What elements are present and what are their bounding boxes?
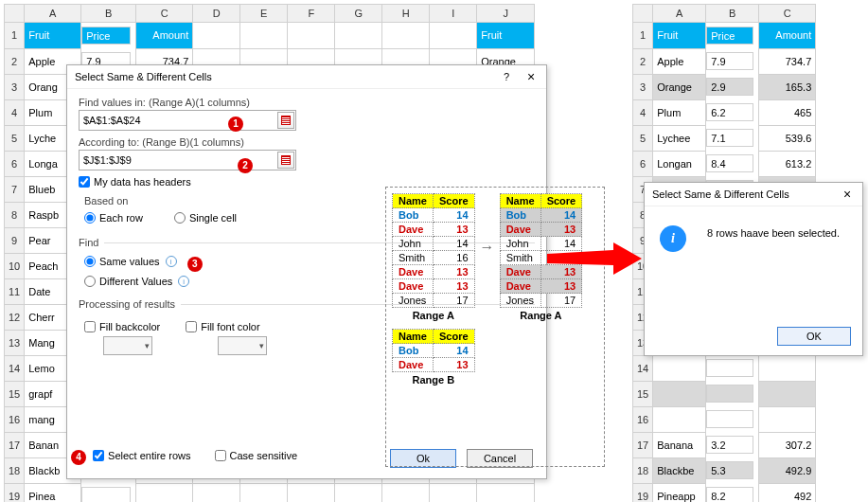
same-values-radio[interactable]: Same valuesi: [84, 256, 177, 267]
table-row[interactable]: 15: [633, 381, 816, 406]
info-dialog-title: Select Same & Different Cells: [652, 188, 840, 200]
fill-fontcolor-checkbox[interactable]: Fill font color: [186, 321, 259, 332]
info-icon[interactable]: i: [178, 276, 189, 287]
range-b-input[interactable]: [79, 150, 296, 170]
table-row[interactable]: 5Lychee7.1539.6: [633, 125, 816, 151]
backcolor-picker[interactable]: [103, 336, 152, 355]
each-row-radio[interactable]: Each row: [84, 212, 143, 224]
table-row[interactable]: 2Apple7.9734.7: [633, 48, 816, 74]
table-row[interactable]: 6Longan8.4613.2: [633, 151, 816, 176]
marker-2: 2: [238, 158, 253, 173]
table-row[interactable]: 14: [633, 355, 816, 381]
close-icon[interactable]: ×: [840, 187, 855, 202]
find-values-label: Find values in: (Range A)(1 columns): [79, 97, 535, 108]
example-illustration: NameScoreBob14Dave13John14Smith16Dave13D…: [385, 187, 605, 467]
find-legend: Find: [79, 237, 104, 248]
table-row[interactable]: 16: [633, 406, 816, 432]
table-row[interactable]: 19Pinea: [5, 483, 535, 502]
dialog-title: Select Same & Different Cells: [75, 71, 499, 82]
range-a-input[interactable]: [79, 110, 296, 131]
table-row[interactable]: 17Banana3.2307.2: [633, 432, 816, 457]
info-message: 8 rows haave been selected.: [707, 227, 851, 239]
marker-3: 3: [187, 257, 203, 272]
according-to-label: According to: (Range B)(1 columns): [79, 136, 535, 148]
marker-4: 4: [71, 450, 86, 465]
table-row[interactable]: 3Orange2.9165.3: [633, 74, 816, 99]
table-row[interactable]: 19Pineapp8.2492: [633, 483, 816, 502]
table-row[interactable]: 4Plum6.2465: [633, 99, 816, 125]
arrow-right-icon: →: [478, 239, 497, 256]
fill-backcolor-checkbox[interactable]: Fill backcolor: [84, 321, 160, 332]
case-sensitive-checkbox[interactable]: Case sensitive: [215, 450, 298, 461]
info-icon[interactable]: i: [166, 256, 177, 267]
marker-1: 1: [228, 117, 243, 132]
ok-button[interactable]: OK: [777, 327, 851, 346]
range-picker-b-button[interactable]: [277, 152, 294, 169]
close-icon[interactable]: ×: [523, 69, 539, 84]
has-headers-checkbox[interactable]: My data has headers: [79, 176, 191, 188]
select-cells-dialog: Select Same & Different Cells ? × Find v…: [66, 64, 547, 479]
info-icon: i: [660, 225, 686, 252]
svg-marker-0: [547, 242, 642, 275]
select-entire-rows-checkbox[interactable]: Select entire rows: [93, 450, 190, 461]
different-values-radio[interactable]: Different Valuesi: [84, 276, 189, 287]
help-icon[interactable]: ?: [499, 71, 514, 82]
table-row[interactable]: 18Blackbe5.3492.9: [633, 457, 816, 483]
range-picker-a-button[interactable]: [277, 112, 294, 129]
info-dialog: Select Same & Different Cells × i 8 rows…: [644, 182, 863, 356]
single-cell-radio[interactable]: Single cell: [174, 212, 237, 224]
fontcolor-picker[interactable]: [218, 336, 267, 355]
processing-legend: Processing of results: [79, 298, 181, 310]
red-arrow-icon: [547, 242, 642, 275]
